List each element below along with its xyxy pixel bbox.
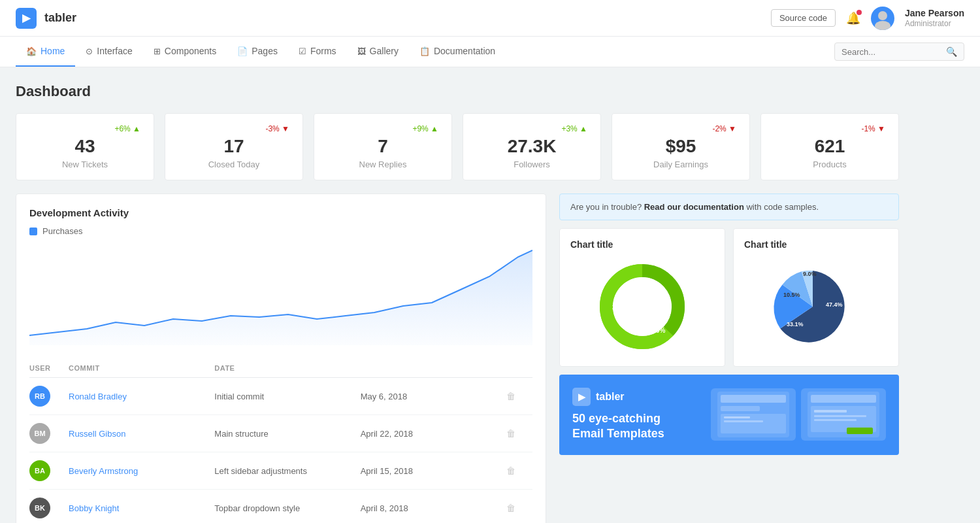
stat-value: 621 bbox=[774, 136, 885, 157]
user-name-link[interactable]: Bobby Knight bbox=[69, 503, 214, 513]
col-date: DATE bbox=[214, 364, 360, 372]
nav-forms[interactable]: ☑Forms bbox=[288, 37, 347, 67]
header: ▶ tabler Source code 🔔 Jane Pearson Admi… bbox=[0, 0, 980, 37]
delete-button[interactable]: 🗑 bbox=[506, 503, 532, 513]
date-text: April 15, 2018 bbox=[361, 466, 506, 476]
notification-icon[interactable]: 🔔 bbox=[846, 11, 860, 25]
info-link[interactable]: Read our documentation bbox=[644, 202, 744, 212]
stat-label: Daily Earnings bbox=[625, 160, 736, 169]
interface-icon: ⊙ bbox=[86, 46, 93, 56]
svg-text:33.1%: 33.1% bbox=[787, 321, 804, 328]
search-input[interactable] bbox=[841, 47, 946, 57]
stat-card-1: -3% ▼ 17 Closed Today bbox=[165, 113, 303, 180]
page-title: Dashboard bbox=[16, 83, 899, 100]
commit-text: Main structure bbox=[214, 429, 360, 439]
nav-items: 🏠Home ⊙Interface ⊞Components 📄Pages ☑For… bbox=[16, 37, 506, 67]
nav-components[interactable]: ⊞Components bbox=[143, 37, 227, 67]
user-name: Jane Pearson bbox=[905, 7, 964, 19]
activity-table: RB Ronald Bradley Initial commit May 6, … bbox=[29, 378, 532, 523]
commit-text: Left sidebar adjustments bbox=[214, 466, 360, 476]
donut-chart-card: Chart title 37.0% 63.0% bbox=[559, 228, 725, 367]
bottom-row: Development Activity Purchases bbox=[16, 194, 899, 523]
chart-legend: Purchases bbox=[29, 226, 532, 236]
dev-activity-title: Development Activity bbox=[29, 207, 532, 218]
pie-chart: 47.4% 33.1% 10.5% 9.0% bbox=[744, 258, 888, 356]
nav-gallery[interactable]: 🖼Gallery bbox=[347, 37, 409, 67]
user-avatar: RB bbox=[29, 386, 50, 407]
stats-row: +6% ▲ 43 New Tickets -3% ▼ 17 Closed Tod… bbox=[16, 113, 899, 180]
info-text-after: with code samples. bbox=[744, 202, 819, 212]
stat-header: -2% ▼ bbox=[625, 124, 736, 133]
col-commit: COMMIT bbox=[69, 364, 214, 372]
stat-badge: +3% ▲ bbox=[561, 124, 587, 133]
user-name-link[interactable]: Ronald Bradley bbox=[69, 392, 214, 401]
dev-activity-panel: Development Activity Purchases bbox=[16, 194, 546, 523]
navigation: 🏠Home ⊙Interface ⊞Components 📄Pages ☑For… bbox=[0, 37, 980, 67]
donut-chart-title: Chart title bbox=[570, 239, 714, 250]
svg-rect-14 bbox=[721, 395, 786, 403]
svg-rect-25 bbox=[814, 419, 857, 421]
svg-marker-2 bbox=[29, 250, 532, 345]
svg-rect-15 bbox=[721, 406, 760, 411]
promo-image-1 bbox=[711, 388, 796, 441]
promo-images bbox=[675, 388, 886, 441]
pages-icon: 📄 bbox=[237, 46, 248, 56]
stat-header: -3% ▼ bbox=[178, 124, 289, 133]
pie-chart-title: Chart title bbox=[744, 239, 888, 250]
source-code-button[interactable]: Source code bbox=[771, 9, 836, 27]
header-left: ▶ tabler bbox=[16, 8, 76, 29]
stat-value: $95 bbox=[625, 136, 736, 157]
svg-rect-23 bbox=[814, 410, 847, 413]
stat-label: Products bbox=[774, 160, 885, 169]
stat-header: +3% ▲ bbox=[476, 124, 587, 133]
stat-label: New Replies bbox=[327, 160, 438, 169]
date-text: May 6, 2018 bbox=[361, 392, 506, 401]
stat-badge: +9% ▲ bbox=[412, 124, 438, 133]
docs-icon: 📋 bbox=[419, 46, 430, 56]
stat-card-4: -2% ▼ $95 Daily Earnings bbox=[612, 113, 750, 180]
svg-rect-24 bbox=[814, 415, 866, 417]
stat-value: 43 bbox=[29, 136, 140, 157]
right-panel: Are you in trouble? Read our documentati… bbox=[559, 194, 899, 523]
stat-card-3: +3% ▲ 27.3K Followers bbox=[463, 113, 601, 180]
table-user: BK bbox=[29, 498, 69, 518]
stat-label: New Tickets bbox=[29, 160, 140, 169]
home-icon: 🏠 bbox=[26, 46, 37, 56]
chart-cards: Chart title 37.0% 63.0% bbox=[559, 228, 899, 367]
promo-content: ▶ tabler 50 eye-catchingEmail Templates bbox=[572, 388, 664, 442]
activity-table-header: USER COMMIT DATE bbox=[29, 359, 532, 378]
legend-label: Purchases bbox=[42, 226, 82, 236]
main-content: Dashboard +6% ▲ 43 New Tickets -3% ▼ 17 … bbox=[0, 67, 915, 523]
info-text: Are you in trouble? bbox=[570, 202, 644, 212]
search-icon: 🔍 bbox=[946, 46, 957, 57]
pie-chart-card: Chart title bbox=[733, 228, 899, 367]
delete-button[interactable]: 🗑 bbox=[506, 391, 532, 401]
col-user: USER bbox=[29, 364, 69, 372]
svg-text:9.0%: 9.0% bbox=[803, 271, 817, 277]
delete-button[interactable]: 🗑 bbox=[506, 428, 532, 439]
promo-heading: 50 eye-catchingEmail Templates bbox=[572, 411, 664, 442]
svg-rect-22 bbox=[847, 428, 873, 434]
nav-documentation[interactable]: 📋Documentation bbox=[409, 37, 506, 67]
table-user: BM bbox=[29, 423, 69, 444]
table-row: RB Ronald Bradley Initial commit May 6, … bbox=[29, 378, 532, 415]
stat-header: +9% ▲ bbox=[327, 124, 438, 133]
promo-image-2 bbox=[801, 388, 886, 441]
header-right: Source code 🔔 Jane Pearson Administrator bbox=[771, 7, 964, 30]
nav-pages[interactable]: 📄Pages bbox=[227, 37, 288, 67]
promo-text: 50 eye-catchingEmail Templates bbox=[572, 411, 664, 442]
svg-rect-18 bbox=[724, 420, 763, 422]
donut-chart: 37.0% 63.0% bbox=[570, 258, 714, 356]
user-name-link[interactable]: Beverly Armstrong bbox=[69, 466, 214, 476]
user-name-link[interactable]: Russell Gibson bbox=[69, 429, 214, 439]
svg-point-0 bbox=[878, 11, 887, 20]
nav-interface[interactable]: ⊙Interface bbox=[75, 37, 142, 67]
stat-card-2: +9% ▲ 7 New Replies bbox=[314, 113, 452, 180]
stat-value: 17 bbox=[178, 136, 289, 157]
user-role: Administrator bbox=[905, 19, 964, 29]
search-box: 🔍 bbox=[834, 42, 964, 61]
delete-button[interactable]: 🗑 bbox=[506, 465, 532, 476]
svg-text:37.0%: 37.0% bbox=[612, 304, 630, 311]
nav-home[interactable]: 🏠Home bbox=[16, 37, 75, 67]
svg-rect-17 bbox=[724, 416, 750, 418]
